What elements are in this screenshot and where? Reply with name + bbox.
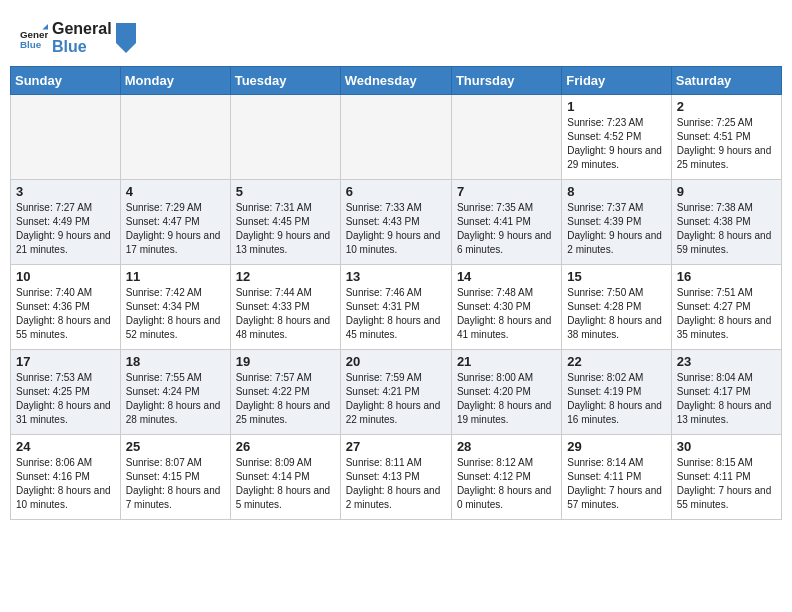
day-number: 22 <box>567 354 665 369</box>
calendar-cell: 12Sunrise: 7:44 AMSunset: 4:33 PMDayligh… <box>230 265 340 350</box>
day-info: Sunrise: 7:25 AMSunset: 4:51 PMDaylight:… <box>677 116 776 172</box>
calendar-cell <box>340 95 451 180</box>
day-header-tuesday: Tuesday <box>230 67 340 95</box>
day-info: Sunrise: 7:55 AMSunset: 4:24 PMDaylight:… <box>126 371 225 427</box>
day-number: 14 <box>457 269 556 284</box>
day-info: Sunrise: 7:46 AMSunset: 4:31 PMDaylight:… <box>346 286 446 342</box>
day-info: Sunrise: 7:29 AMSunset: 4:47 PMDaylight:… <box>126 201 225 257</box>
day-header-sunday: Sunday <box>11 67 121 95</box>
day-info: Sunrise: 8:14 AMSunset: 4:11 PMDaylight:… <box>567 456 665 512</box>
calendar-header-row: SundayMondayTuesdayWednesdayThursdayFrid… <box>11 67 782 95</box>
day-info: Sunrise: 7:50 AMSunset: 4:28 PMDaylight:… <box>567 286 665 342</box>
calendar-cell: 22Sunrise: 8:02 AMSunset: 4:19 PMDayligh… <box>562 350 671 435</box>
calendar-cell: 23Sunrise: 8:04 AMSunset: 4:17 PMDayligh… <box>671 350 781 435</box>
day-number: 18 <box>126 354 225 369</box>
calendar-cell: 2Sunrise: 7:25 AMSunset: 4:51 PMDaylight… <box>671 95 781 180</box>
calendar-cell <box>11 95 121 180</box>
calendar-cell: 18Sunrise: 7:55 AMSunset: 4:24 PMDayligh… <box>120 350 230 435</box>
day-number: 13 <box>346 269 446 284</box>
calendar-cell: 27Sunrise: 8:11 AMSunset: 4:13 PMDayligh… <box>340 435 451 520</box>
calendar-cell: 1Sunrise: 7:23 AMSunset: 4:52 PMDaylight… <box>562 95 671 180</box>
calendar-cell: 13Sunrise: 7:46 AMSunset: 4:31 PMDayligh… <box>340 265 451 350</box>
day-info: Sunrise: 7:57 AMSunset: 4:22 PMDaylight:… <box>236 371 335 427</box>
calendar-cell: 16Sunrise: 7:51 AMSunset: 4:27 PMDayligh… <box>671 265 781 350</box>
day-number: 15 <box>567 269 665 284</box>
day-info: Sunrise: 7:51 AMSunset: 4:27 PMDaylight:… <box>677 286 776 342</box>
day-header-wednesday: Wednesday <box>340 67 451 95</box>
calendar-week-row: 1Sunrise: 7:23 AMSunset: 4:52 PMDaylight… <box>11 95 782 180</box>
calendar-week-row: 3Sunrise: 7:27 AMSunset: 4:49 PMDaylight… <box>11 180 782 265</box>
logo-icon: General Blue <box>20 24 48 52</box>
day-header-thursday: Thursday <box>451 67 561 95</box>
day-info: Sunrise: 7:42 AMSunset: 4:34 PMDaylight:… <box>126 286 225 342</box>
day-number: 3 <box>16 184 115 199</box>
day-number: 28 <box>457 439 556 454</box>
calendar-cell: 25Sunrise: 8:07 AMSunset: 4:15 PMDayligh… <box>120 435 230 520</box>
day-info: Sunrise: 8:12 AMSunset: 4:12 PMDaylight:… <box>457 456 556 512</box>
day-number: 17 <box>16 354 115 369</box>
day-info: Sunrise: 8:04 AMSunset: 4:17 PMDaylight:… <box>677 371 776 427</box>
calendar-cell: 30Sunrise: 8:15 AMSunset: 4:11 PMDayligh… <box>671 435 781 520</box>
day-info: Sunrise: 7:23 AMSunset: 4:52 PMDaylight:… <box>567 116 665 172</box>
day-number: 11 <box>126 269 225 284</box>
calendar-week-row: 17Sunrise: 7:53 AMSunset: 4:25 PMDayligh… <box>11 350 782 435</box>
day-number: 8 <box>567 184 665 199</box>
day-number: 29 <box>567 439 665 454</box>
svg-marker-2 <box>42 24 48 30</box>
calendar-cell: 9Sunrise: 7:38 AMSunset: 4:38 PMDaylight… <box>671 180 781 265</box>
day-info: Sunrise: 8:15 AMSunset: 4:11 PMDaylight:… <box>677 456 776 512</box>
calendar-cell: 3Sunrise: 7:27 AMSunset: 4:49 PMDaylight… <box>11 180 121 265</box>
day-number: 16 <box>677 269 776 284</box>
day-number: 6 <box>346 184 446 199</box>
calendar-cell: 4Sunrise: 7:29 AMSunset: 4:47 PMDaylight… <box>120 180 230 265</box>
header: General Blue General Blue <box>10 10 782 60</box>
calendar-cell: 29Sunrise: 8:14 AMSunset: 4:11 PMDayligh… <box>562 435 671 520</box>
day-info: Sunrise: 7:37 AMSunset: 4:39 PMDaylight:… <box>567 201 665 257</box>
day-number: 25 <box>126 439 225 454</box>
day-number: 20 <box>346 354 446 369</box>
logo: General Blue General Blue <box>20 20 136 55</box>
day-number: 27 <box>346 439 446 454</box>
calendar-cell <box>451 95 561 180</box>
calendar: SundayMondayTuesdayWednesdayThursdayFrid… <box>10 66 782 520</box>
calendar-cell: 24Sunrise: 8:06 AMSunset: 4:16 PMDayligh… <box>11 435 121 520</box>
svg-text:Blue: Blue <box>20 38 42 49</box>
day-number: 2 <box>677 99 776 114</box>
day-info: Sunrise: 7:44 AMSunset: 4:33 PMDaylight:… <box>236 286 335 342</box>
day-header-friday: Friday <box>562 67 671 95</box>
day-info: Sunrise: 7:53 AMSunset: 4:25 PMDaylight:… <box>16 371 115 427</box>
day-info: Sunrise: 8:11 AMSunset: 4:13 PMDaylight:… <box>346 456 446 512</box>
day-number: 7 <box>457 184 556 199</box>
calendar-cell: 26Sunrise: 8:09 AMSunset: 4:14 PMDayligh… <box>230 435 340 520</box>
calendar-cell: 20Sunrise: 7:59 AMSunset: 4:21 PMDayligh… <box>340 350 451 435</box>
svg-marker-3 <box>116 23 136 53</box>
calendar-cell: 6Sunrise: 7:33 AMSunset: 4:43 PMDaylight… <box>340 180 451 265</box>
day-number: 12 <box>236 269 335 284</box>
calendar-cell: 14Sunrise: 7:48 AMSunset: 4:30 PMDayligh… <box>451 265 561 350</box>
day-info: Sunrise: 8:02 AMSunset: 4:19 PMDaylight:… <box>567 371 665 427</box>
calendar-cell: 11Sunrise: 7:42 AMSunset: 4:34 PMDayligh… <box>120 265 230 350</box>
calendar-cell: 28Sunrise: 8:12 AMSunset: 4:12 PMDayligh… <box>451 435 561 520</box>
day-info: Sunrise: 7:48 AMSunset: 4:30 PMDaylight:… <box>457 286 556 342</box>
day-info: Sunrise: 7:38 AMSunset: 4:38 PMDaylight:… <box>677 201 776 257</box>
day-info: Sunrise: 7:33 AMSunset: 4:43 PMDaylight:… <box>346 201 446 257</box>
day-info: Sunrise: 8:07 AMSunset: 4:15 PMDaylight:… <box>126 456 225 512</box>
day-number: 9 <box>677 184 776 199</box>
day-info: Sunrise: 7:27 AMSunset: 4:49 PMDaylight:… <box>16 201 115 257</box>
day-info: Sunrise: 7:35 AMSunset: 4:41 PMDaylight:… <box>457 201 556 257</box>
day-number: 26 <box>236 439 335 454</box>
calendar-cell: 5Sunrise: 7:31 AMSunset: 4:45 PMDaylight… <box>230 180 340 265</box>
logo-arrow-icon <box>116 23 136 53</box>
day-number: 24 <box>16 439 115 454</box>
day-number: 5 <box>236 184 335 199</box>
calendar-cell: 10Sunrise: 7:40 AMSunset: 4:36 PMDayligh… <box>11 265 121 350</box>
day-number: 19 <box>236 354 335 369</box>
day-number: 1 <box>567 99 665 114</box>
calendar-week-row: 24Sunrise: 8:06 AMSunset: 4:16 PMDayligh… <box>11 435 782 520</box>
day-number: 30 <box>677 439 776 454</box>
calendar-cell: 7Sunrise: 7:35 AMSunset: 4:41 PMDaylight… <box>451 180 561 265</box>
day-header-monday: Monday <box>120 67 230 95</box>
day-info: Sunrise: 8:06 AMSunset: 4:16 PMDaylight:… <box>16 456 115 512</box>
calendar-week-row: 10Sunrise: 7:40 AMSunset: 4:36 PMDayligh… <box>11 265 782 350</box>
day-header-saturday: Saturday <box>671 67 781 95</box>
